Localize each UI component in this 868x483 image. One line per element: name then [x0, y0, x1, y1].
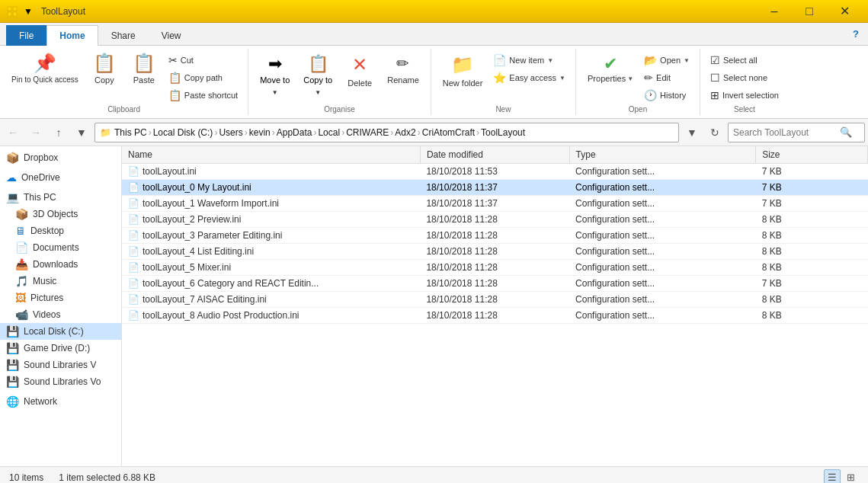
col-size[interactable]: Size [756, 146, 868, 164]
sidebar-item-dropbox[interactable]: 📦 Dropbox [0, 149, 121, 166]
file-list-scroll[interactable]: Name Date modified Type Size 📄 toolLayou… [122, 146, 868, 466]
sidebar-item-soundlibs2[interactable]: 💾 Sound Libraries Vo [0, 373, 121, 390]
sidebar-item-pictures[interactable]: 🖼 Pictures [0, 289, 121, 306]
col-name[interactable]: Name [122, 146, 420, 164]
move-to-button[interactable]: ➡ Move to [255, 50, 295, 87]
sidebar-item-localdisk[interactable]: 💾 Local Disk (C:) [0, 323, 121, 340]
sidebar-item-network[interactable]: 🌐 Network [0, 393, 121, 410]
col-date[interactable]: Date modified [420, 146, 569, 164]
quick-access-button[interactable]: ▼ [21, 5, 35, 18]
sidebar-item-desktop[interactable]: 🖥 Desktop [0, 222, 121, 239]
tab-share[interactable]: Share [98, 25, 149, 46]
back-button[interactable]: ← [3, 123, 23, 142]
sidebar-item-thispc[interactable]: 💻 This PC [0, 189, 121, 206]
help-button[interactable]: ? [847, 24, 865, 43]
copy-to-button[interactable]: 📋 Copy to [298, 50, 338, 87]
sidebar-item-music[interactable]: 🎵 Music [0, 273, 121, 289]
easy-access-button[interactable]: ⭐ Easy access ▼ [489, 69, 569, 86]
paste-button[interactable]: 📋 Paste [125, 50, 163, 104]
sidebar-item-soundlibs1[interactable]: 💾 Sound Libraries V [0, 357, 121, 373]
details-view-button[interactable]: ☰ [824, 469, 841, 484]
sidebar-item-onedrive[interactable]: ☁ OneDrive [0, 169, 121, 186]
recent-locations-button[interactable]: ▼ [72, 123, 91, 142]
table-row[interactable]: 📄 toolLayout.ini 18/10/2018 11:53 Config… [122, 164, 868, 180]
file-name-cell: 📄 toolLayout.ini [122, 164, 420, 180]
move-to-dropdown[interactable]: ▼ [262, 88, 288, 98]
paste-shortcut-icon: 📋 [168, 89, 181, 101]
large-icons-view-button[interactable]: ⊞ [842, 469, 859, 484]
refresh-button[interactable]: ↻ [705, 123, 725, 142]
sidebar-label-soundlibs2: Sound Libraries Vo [24, 376, 101, 387]
address-bar[interactable]: 📁 This PC › Local Disk (C:) › Users › ke… [94, 123, 679, 142]
properties-button[interactable]: ✔ Properties ▼ [582, 50, 639, 87]
select-all-icon: ☑ [710, 54, 720, 66]
move-to-icon: ➡ [268, 54, 282, 74]
paste-shortcut-button[interactable]: 📋 Paste shortcut [165, 87, 242, 104]
search-bar[interactable]: 🔍 [728, 123, 865, 142]
close-button[interactable]: ✕ [827, 0, 862, 23]
app-icon [6, 5, 18, 18]
open-button[interactable]: 📂 Open ▼ [640, 52, 693, 69]
sidebar-item-documents[interactable]: 📄 Documents [0, 239, 121, 256]
copy-path-button[interactable]: 📋 Copy path [165, 69, 242, 86]
sidebar-item-3dobjects[interactable]: 📦 3D Objects [0, 206, 121, 222]
copy-button[interactable]: 📋 Copy [85, 50, 123, 104]
organise-group: ➡ Move to ▼ 📋 Copy to ▼ ✕ Delete ✏ Renam… [248, 49, 431, 115]
paste-icon: 📋 [133, 54, 155, 72]
table-row[interactable]: 📄 toolLayout_5 Mixer.ini 18/10/2018 11:2… [122, 260, 868, 276]
sidebar-item-gamedrive[interactable]: 💾 Game Drive (D:) [0, 340, 121, 357]
tab-home[interactable]: Home [46, 25, 98, 46]
edit-icon: ✏ [644, 72, 653, 84]
table-row[interactable]: 📄 toolLayout_0 My Layout.ini 18/10/2018 … [122, 180, 868, 196]
up-button[interactable]: ↑ [49, 123, 69, 142]
sidebar-label-music: Music [33, 276, 56, 286]
forward-button[interactable]: → [26, 123, 46, 142]
sidebar-label-onedrive: OneDrive [21, 172, 60, 183]
col-type[interactable]: Type [569, 146, 756, 164]
table-row[interactable]: 📄 toolLayout_7 AISAC Editing.ini 18/10/2… [122, 292, 868, 308]
address-dropdown-button[interactable]: ▼ [682, 123, 702, 142]
downloads-icon: 📥 [15, 258, 28, 270]
file-type-cell: Configuration sett... [569, 292, 756, 308]
maximize-button[interactable]: □ [792, 0, 827, 23]
minimize-button[interactable]: – [757, 0, 792, 23]
file-size-cell: 7 KB [756, 164, 868, 180]
file-name-cell: 📄 toolLayout_5 Mixer.ini [122, 260, 420, 276]
table-row[interactable]: 📄 toolLayout_3 Parameter Editing.ini 18/… [122, 228, 868, 244]
organise-label: Organise [324, 105, 355, 115]
clipboard-group: 📌 Pin to Quick access 📋 Copy 📋 Paste ✂ C… [0, 49, 248, 115]
sidebar-item-downloads[interactable]: 📥 Downloads [0, 256, 121, 273]
new-item-button[interactable]: 📄 New item ▼ [489, 52, 569, 69]
invert-selection-button[interactable]: ⊞ Invert selection [706, 87, 783, 104]
sidebar-label-dropbox: Dropbox [24, 152, 58, 163]
history-button[interactable]: 🕐 History [640, 87, 693, 104]
sidebar-item-videos[interactable]: 📹 Videos [0, 306, 121, 323]
table-row[interactable]: 📄 toolLayout_4 List Editing.ini 18/10/20… [122, 244, 868, 260]
search-input[interactable] [733, 127, 840, 138]
file-name-cell: 📄 toolLayout_3 Parameter Editing.ini [122, 228, 420, 244]
svg-rect-1 [13, 7, 17, 11]
edit-button[interactable]: ✏ Edit [640, 69, 693, 86]
cut-button[interactable]: ✂ Cut [165, 52, 242, 69]
pin-quick-access-button[interactable]: 📌 Pin to Quick access [6, 50, 84, 104]
table-row[interactable]: 📄 toolLayout_6 Category and REACT Editin… [122, 276, 868, 292]
rename-button[interactable]: ✏ Rename [382, 50, 424, 88]
table-row[interactable]: 📄 toolLayout_1 Waveform Import.ini 18/10… [122, 196, 868, 212]
tab-view[interactable]: View [149, 25, 194, 46]
select-all-button[interactable]: ☑ Select all [706, 52, 783, 69]
file-date-cell: 18/10/2018 11:28 [420, 260, 569, 276]
new-item-icon: 📄 [493, 54, 506, 66]
table-row[interactable]: 📄 toolLayout_2 Preview.ini 18/10/2018 11… [122, 212, 868, 228]
file-date-cell: 18/10/2018 11:28 [420, 244, 569, 260]
select-none-button[interactable]: ☐ Select none [706, 69, 783, 86]
table-row[interactable]: 📄 toolLayout_8 Audio Post Production.ini… [122, 308, 868, 324]
copy-to-dropdown[interactable]: ▼ [305, 88, 331, 98]
table-header-row: Name Date modified Type Size [122, 146, 868, 164]
clipboard-group-content: 📌 Pin to Quick access 📋 Copy 📋 Paste ✂ C… [6, 49, 242, 105]
new-folder-button[interactable]: 📁 New folder [437, 50, 488, 91]
window-title: ToolLayout [41, 6, 85, 17]
sidebar: 📦 Dropbox ☁ OneDrive 💻 This PC 📦 3D Obje… [0, 146, 122, 466]
ribbon-tabs: File Home Share View ? [0, 23, 868, 46]
delete-button[interactable]: ✕ Delete [341, 50, 379, 91]
tab-file[interactable]: File [6, 25, 46, 46]
